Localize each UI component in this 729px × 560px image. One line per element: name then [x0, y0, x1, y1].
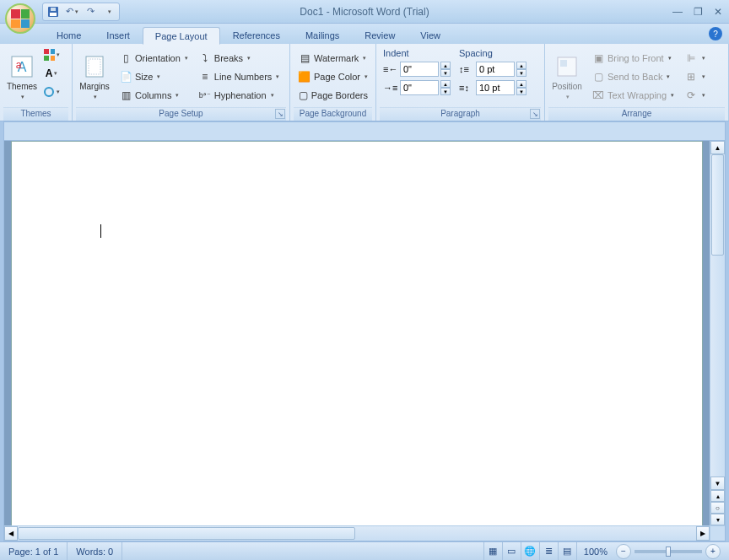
indent-left-up[interactable]: ▲ — [440, 62, 451, 69]
indent-left-input[interactable]: 0" — [400, 62, 439, 77]
watermark-button[interactable]: ▤Watermark▾ — [294, 49, 372, 67]
svg-rect-8 — [44, 56, 49, 61]
restore-button[interactable]: ❐ — [692, 6, 704, 18]
size-button[interactable]: 📄Size▾ — [115, 67, 192, 86]
indent-right-down[interactable]: ▼ — [440, 88, 451, 95]
scroll-down-button[interactable]: ▼ — [710, 477, 725, 490]
browse-object-button[interactable]: ○ — [710, 502, 725, 514]
bring-to-front-button[interactable]: ▣Bring to Front▾ — [587, 49, 678, 67]
svg-rect-9 — [51, 56, 55, 61]
group-label-page-setup: Page Setup — [159, 109, 202, 118]
next-page-button[interactable]: ▾ — [710, 514, 725, 525]
close-button[interactable]: ✕ — [712, 6, 724, 18]
themes-label: Themes — [7, 82, 37, 91]
margins-label: Margins — [79, 82, 110, 91]
text-wrapping-button[interactable]: ⌧Text Wrapping▾ — [587, 86, 678, 105]
spacing-before-up[interactable]: ▲ — [516, 62, 526, 69]
group-label-themes: Themes — [3, 107, 68, 121]
send-to-back-button[interactable]: ▢Send to Back▾ — [587, 67, 678, 86]
spacing-after-down[interactable]: ▼ — [516, 88, 526, 95]
indent-left-icon: ≡← — [383, 64, 398, 74]
spacing-header: Spacing — [459, 47, 526, 60]
align-button[interactable]: ⊫▾ — [680, 49, 710, 67]
indent-right-input[interactable]: 0" — [400, 80, 439, 95]
page-color-button[interactable]: 🟧Page Color▾ — [294, 67, 372, 86]
columns-button[interactable]: ▥Columns▾ — [115, 86, 192, 105]
align-icon: ⊫ — [684, 51, 698, 65]
office-button[interactable] — [5, 3, 35, 34]
vscroll-thumb[interactable] — [711, 154, 724, 256]
tab-references[interactable]: References — [220, 26, 293, 44]
tab-home[interactable]: Home — [44, 26, 94, 44]
minimize-button[interactable]: — — [672, 6, 683, 18]
zoom-level[interactable]: 100% — [576, 542, 614, 560]
scroll-left-button[interactable]: ◀ — [4, 526, 18, 541]
draft-view-button[interactable]: ▤ — [558, 542, 576, 560]
document-page[interactable] — [11, 141, 703, 525]
document-area: ▲ ▼ ▴ ○ ▾ ◀ ▶ — [3, 121, 726, 541]
spacing-before-icon: ↕≡ — [459, 64, 474, 74]
theme-fonts-button[interactable]: A▾ — [42, 64, 61, 83]
position-button[interactable]: Position▾ — [548, 46, 586, 107]
outline-view-button[interactable]: ≣ — [539, 542, 558, 560]
margins-icon — [81, 53, 108, 80]
breaks-button[interactable]: ⤵Breaks▾ — [194, 49, 284, 67]
help-button[interactable]: ? — [709, 27, 722, 40]
zoom-slider-thumb[interactable] — [666, 547, 671, 557]
svg-rect-7 — [51, 49, 55, 54]
page-borders-button[interactable]: ▢Page Borders — [294, 86, 372, 105]
print-layout-view-button[interactable]: ▦ — [483, 542, 502, 560]
quick-access-toolbar: ↶▾ ↷ ▾ — [42, 3, 120, 21]
hyphenation-button[interactable]: bᵃ⁻Hyphenation▾ — [194, 86, 284, 105]
zoom-out-button[interactable]: − — [616, 544, 631, 559]
scroll-corner — [710, 525, 725, 541]
ruler-area[interactable] — [4, 122, 725, 141]
tab-page-layout[interactable]: Page Layout — [143, 27, 220, 45]
status-page[interactable]: Page: 1 of 1 — [0, 542, 68, 560]
indent-left-down[interactable]: ▼ — [440, 69, 451, 77]
scroll-up-button[interactable]: ▲ — [710, 141, 725, 154]
qat-customize-icon[interactable]: ▾ — [102, 5, 116, 19]
theme-effects-button[interactable]: ▾ — [42, 83, 61, 101]
paragraph-dialog-launcher[interactable]: ↘ — [530, 109, 540, 119]
scroll-right-button[interactable]: ▶ — [696, 526, 710, 541]
themes-button[interactable]: Aa Themes▾ — [3, 46, 40, 107]
document-scroll[interactable] — [4, 141, 710, 525]
columns-icon: ▥ — [119, 89, 132, 102]
save-icon[interactable] — [46, 5, 60, 19]
tab-insert[interactable]: Insert — [94, 26, 143, 44]
prev-page-button[interactable]: ▴ — [710, 490, 725, 502]
tab-review[interactable]: Review — [352, 26, 408, 44]
undo-icon[interactable]: ↶▾ — [65, 5, 78, 19]
vertical-scrollbar[interactable]: ▲ ▼ ▴ ○ ▾ — [710, 141, 725, 525]
group-arrange: Position▾ ▣Bring to Front▾ ▢Send to Back… — [545, 44, 729, 121]
tab-mailings[interactable]: Mailings — [293, 26, 352, 44]
orientation-button[interactable]: ▯Orientation▾ — [115, 49, 192, 67]
group-label-page-background: Page Background — [294, 107, 372, 121]
tab-view[interactable]: View — [408, 26, 453, 44]
group-button[interactable]: ⊞▾ — [680, 67, 710, 86]
theme-colors-button[interactable]: ▾ — [42, 46, 61, 64]
status-words[interactable]: Words: 0 — [68, 542, 122, 560]
indent-right-icon: →≡ — [383, 83, 398, 93]
rotate-button[interactable]: ⟳▾ — [680, 86, 710, 105]
redo-icon[interactable]: ↷ — [84, 5, 97, 19]
spacing-before-down[interactable]: ▼ — [516, 69, 526, 77]
spacing-after-up[interactable]: ▲ — [516, 80, 526, 88]
web-layout-view-button[interactable]: 🌐 — [521, 542, 539, 560]
page-borders-icon: ▢ — [298, 89, 309, 102]
line-numbers-button[interactable]: ≡Line Numbers▾ — [194, 67, 284, 86]
hscroll-thumb[interactable] — [18, 527, 355, 540]
full-screen-view-button[interactable]: ▭ — [502, 542, 521, 560]
indent-right-up[interactable]: ▲ — [440, 80, 451, 88]
spacing-before-input[interactable]: 0 pt — [476, 62, 515, 77]
horizontal-scrollbar[interactable]: ◀ ▶ — [4, 525, 710, 541]
line-numbers-icon: ≡ — [198, 70, 212, 83]
spacing-after-input[interactable]: 10 pt — [476, 80, 515, 95]
page-setup-dialog-launcher[interactable]: ↘ — [275, 109, 285, 119]
zoom-in-button[interactable]: + — [705, 544, 721, 559]
zoom-slider[interactable] — [634, 550, 702, 553]
indent-header: Indent — [383, 47, 451, 60]
margins-button[interactable]: Margins▾ — [76, 46, 113, 107]
group-themes: Aa Themes▾ ▾ A▾ ▾ Themes — [0, 44, 73, 121]
